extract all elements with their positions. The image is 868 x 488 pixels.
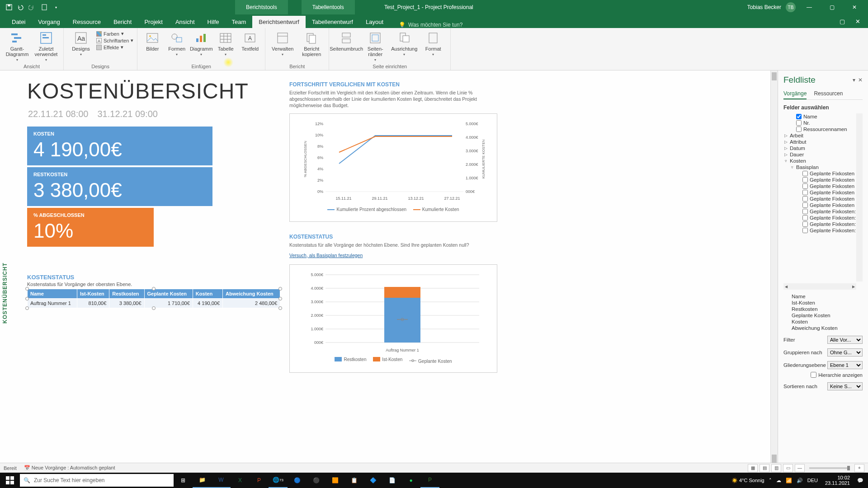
field-tree[interactable]: Name Nr. Ressourcennamen ▷Arbeit ▷Attrib…: [783, 113, 863, 290]
tab-team[interactable]: Team: [226, 16, 253, 28]
chrome-icon[interactable]: 🔵: [288, 473, 307, 488]
edge-icon[interactable]: 🌐73: [269, 473, 288, 488]
tab-berichtstools[interactable]: Berichtstools: [235, 0, 288, 14]
excel-icon[interactable]: X: [231, 473, 250, 488]
view-btn-1[interactable]: ▦: [748, 464, 758, 472]
minimize-icon[interactable]: —: [800, 0, 818, 14]
qat-dropdown-icon[interactable]: ▾: [51, 2, 61, 13]
chk-gfk[interactable]: [802, 190, 808, 195]
gantt-button[interactable]: Gantt-Diagramm: [4, 30, 31, 63]
notifications-icon[interactable]: 💬: [857, 478, 863, 483]
sel-handle[interactable]: [152, 306, 156, 310]
chk-gfk[interactable]: [802, 171, 808, 176]
chk-gfk[interactable]: [802, 221, 808, 227]
chk-resn[interactable]: [796, 127, 802, 132]
farben-button[interactable]: Farben ▾: [96, 31, 133, 37]
app-icon-2[interactable]: 📋: [344, 473, 363, 488]
tab-projekt[interactable]: Projekt: [138, 16, 169, 28]
ausrichtung-button[interactable]: Ausrichtung: [391, 30, 418, 57]
format-button[interactable]: Format: [420, 30, 447, 57]
ribbon-collapse-icon[interactable]: ✕: [851, 16, 864, 26]
chk-gfk[interactable]: [802, 196, 808, 202]
wifi-icon[interactable]: 📶: [786, 478, 792, 483]
tab-tabellentools[interactable]: Tabellentools: [302, 0, 355, 14]
tree-vscroll[interactable]: [856, 113, 863, 282]
redo-icon[interactable]: [27, 2, 38, 13]
task-view-icon[interactable]: ⊞: [174, 473, 193, 488]
kostenstatus-table[interactable]: Name Ist-Kosten Restkosten Geplante Kost…: [27, 289, 280, 308]
designs-button[interactable]: Aa Designs: [67, 30, 94, 57]
group-select[interactable]: Ohne G...: [827, 348, 863, 357]
chk-nr[interactable]: [796, 120, 802, 126]
sel-handle[interactable]: [278, 287, 282, 291]
effekte-button[interactable]: Effekte ▾: [96, 44, 133, 50]
edge2-icon[interactable]: 🔷: [363, 473, 382, 488]
save-icon[interactable]: [4, 2, 14, 13]
recent-button[interactable]: Zuletzt verwendet: [33, 30, 60, 63]
tree-hscroll[interactable]: ◀▶: [783, 283, 856, 290]
hierarchy-checkbox[interactable]: [811, 372, 816, 378]
view-btn-2[interactable]: ▤: [760, 464, 769, 472]
powerpoint-icon[interactable]: P: [250, 473, 269, 488]
pane-close-icon[interactable]: ✕: [858, 77, 863, 83]
word-icon[interactable]: W: [212, 473, 231, 488]
start-button[interactable]: [0, 473, 20, 488]
tab-hilfe[interactable]: Hilfe: [201, 16, 226, 28]
spotify-icon[interactable]: ●: [401, 473, 420, 488]
table-selection[interactable]: Name Ist-Kosten Restkosten Geplante Kost…: [27, 289, 280, 308]
view-btn-6[interactable]: +: [854, 464, 864, 472]
close-icon[interactable]: ✕: [845, 0, 863, 14]
tab-tabellenentwurf[interactable]: Tabellenentwurf: [306, 16, 359, 28]
chk-gfk[interactable]: [802, 202, 808, 208]
chk-name[interactable]: [796, 114, 802, 119]
lang-indicator[interactable]: DEU: [807, 478, 818, 483]
bilder-button[interactable]: Bilder: [141, 30, 164, 52]
tab-layout[interactable]: Layout: [359, 16, 390, 28]
chk-gfk[interactable]: [802, 228, 808, 233]
tab-ressourcen[interactable]: Ressourcen: [814, 89, 843, 99]
obs-icon[interactable]: ⚫: [307, 473, 326, 488]
report-canvas[interactable]: KOSTENÜBERSICHT KOSTENÜBERSICHT 22.11.21…: [0, 70, 778, 473]
volume-icon[interactable]: 🔊: [797, 478, 803, 483]
tab-vorgaenge[interactable]: Vorgänge: [783, 89, 807, 99]
sel-handle[interactable]: [278, 306, 282, 310]
chk-gfk[interactable]: [802, 177, 808, 183]
verwalten-button[interactable]: Verwalten: [269, 30, 296, 57]
outline-select[interactable]: Ebene 1: [827, 361, 863, 369]
tab-berichtsentwurf[interactable]: Berichtsentwurf: [252, 16, 306, 28]
textfeld-button[interactable]: ATextfeld: [239, 30, 261, 52]
project-icon[interactable]: P: [420, 473, 439, 488]
baseline-link[interactable]: Versuch, als Basisplan festzulegen: [289, 253, 497, 258]
chart1[interactable]: 0% 2% 4% 6% 8% 10% 12% 000€ 1.000€ 2.000…: [289, 113, 497, 222]
schriftarten-button[interactable]: ASchriftarten ▾: [96, 38, 133, 43]
maximize-icon[interactable]: ▢: [823, 0, 841, 14]
seitenraender-button[interactable]: Seiten-ränder: [362, 30, 389, 63]
notepad-icon[interactable]: 📄: [382, 473, 401, 488]
seitenumbruch-button[interactable]: Seitenumbruch: [333, 30, 360, 52]
user-avatar[interactable]: TB: [786, 2, 796, 12]
tray-chevron-icon[interactable]: ˄: [769, 478, 772, 483]
sel-handle[interactable]: [278, 297, 282, 300]
tell-me[interactable]: 💡 Was möchten Sie tun?: [399, 22, 462, 28]
sel-handle[interactable]: [25, 287, 29, 291]
weather-icon[interactable]: ☀️ 4°C Sonnig: [731, 478, 764, 483]
sort-select[interactable]: Keine S...: [827, 382, 863, 390]
ribbon-display-icon[interactable]: ▢: [835, 16, 849, 26]
tabelle-button[interactable]: Tabelle: [214, 30, 237, 57]
vertical-scrollbar[interactable]: [770, 70, 778, 465]
chk-gfk[interactable]: [802, 215, 808, 221]
view-btn-5[interactable]: —: [795, 464, 805, 472]
app-icon[interactable]: 🟧: [326, 473, 344, 488]
taskbar-search[interactable]: 🔍 Zur Suche Text hier eingeben: [20, 474, 174, 487]
tab-vorgang[interactable]: Vorgang: [32, 16, 66, 28]
chk-gfk[interactable]: [802, 183, 808, 189]
sel-handle[interactable]: [25, 297, 29, 300]
chart2[interactable]: 000€ 1.000€ 2.000€ 3.000€ 4.000€ 5.000€: [289, 264, 497, 373]
undo-icon[interactable]: [15, 2, 26, 13]
view-btn-3[interactable]: ▥: [771, 464, 781, 472]
chk-gfk[interactable]: [802, 209, 808, 214]
pane-options-icon[interactable]: ▾: [853, 77, 855, 83]
tab-ressource[interactable]: Ressource: [66, 16, 107, 28]
tab-ansicht[interactable]: Ansicht: [169, 16, 201, 28]
clock[interactable]: 10:02 23.11.2021: [822, 475, 853, 486]
